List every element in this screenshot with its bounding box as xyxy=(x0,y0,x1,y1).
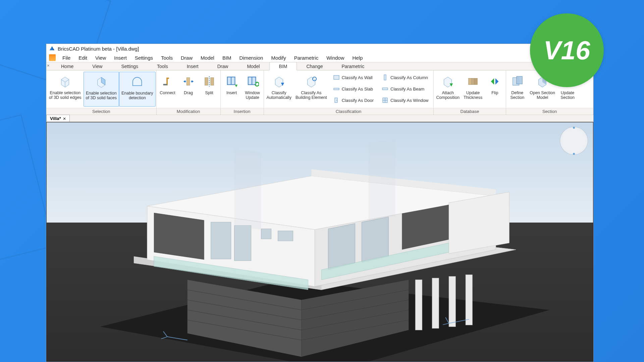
btn-classify-door[interactable]: Classify As Door xyxy=(331,95,376,105)
svg-rect-56 xyxy=(415,280,422,330)
cube-face-icon xyxy=(94,75,108,89)
menu-file[interactable]: File xyxy=(58,54,74,62)
btn-insert[interactable]: Insert xyxy=(221,72,242,107)
update-thickness-icon xyxy=(466,74,480,88)
btn-classify-building-element[interactable]: Classify AsBuilding Element xyxy=(293,72,329,107)
btn-define-section[interactable]: DefineSection xyxy=(507,72,528,107)
ribbon-tab-draw[interactable]: Draw xyxy=(208,62,238,70)
svg-marker-72 xyxy=(328,224,355,270)
menu-modify[interactable]: Modify xyxy=(267,54,290,62)
group-label-insertion: Insertion xyxy=(221,108,264,115)
lbl: Classify xyxy=(272,90,286,95)
btn-update-thickness[interactable]: UpdateThickness xyxy=(462,72,484,107)
document-tab-strip xyxy=(70,115,593,122)
menu-insert[interactable]: Insert xyxy=(110,54,131,62)
menu-dimension[interactable]: Dimension xyxy=(235,54,267,62)
app-menu-icon[interactable] xyxy=(49,54,56,61)
window-icon xyxy=(382,97,388,104)
menu-window[interactable]: Window xyxy=(322,54,348,62)
menu-view[interactable]: View xyxy=(91,54,110,62)
svg-rect-28 xyxy=(384,75,386,80)
lbl: Define xyxy=(511,90,523,95)
lbl: Classify As Door xyxy=(342,98,374,103)
svg-point-27 xyxy=(336,100,337,101)
btn-classify-beam[interactable]: Classify As Beam xyxy=(380,84,430,94)
btn-classify-column[interactable]: Classify As Column xyxy=(380,72,430,82)
door-icon xyxy=(333,97,340,104)
ribbon-tab-parametric[interactable]: Parametric xyxy=(332,62,374,70)
btn-connect[interactable]: Connect xyxy=(157,72,178,107)
group-label-classification: Classification xyxy=(264,108,433,115)
btn-attach-composition[interactable]: AttachComposition xyxy=(434,72,462,107)
menu-tools[interactable]: Tools xyxy=(157,54,177,62)
svg-marker-22 xyxy=(307,77,315,87)
ribbon-tab-change[interactable]: Change xyxy=(297,62,332,70)
connect-icon xyxy=(161,74,175,88)
btn-enable-boundary-detection[interactable]: Enable boundarydetection xyxy=(119,72,156,107)
svg-rect-25 xyxy=(334,88,339,90)
svg-rect-35 xyxy=(469,78,472,85)
ribbon-group-modification: Connect Drag Split Modification xyxy=(157,70,221,114)
svg-marker-38 xyxy=(491,78,494,85)
svg-marker-9 xyxy=(183,80,185,83)
btn-classify-auto[interactable]: ClassifyAutomatically xyxy=(265,72,293,107)
titlebar[interactable]: BricsCAD Platinum beta - [Villa.dwg] xyxy=(46,44,593,53)
lbl: Building Element xyxy=(296,95,327,100)
menu-model[interactable]: Model xyxy=(197,54,218,62)
btn-split[interactable]: Split xyxy=(199,72,220,107)
building-render xyxy=(47,122,593,362)
lbl: Composition xyxy=(436,95,460,100)
lbl: Update xyxy=(561,90,574,95)
btn-classify-wall[interactable]: Classify As Wall xyxy=(331,72,376,82)
ribbon-tab-tools[interactable]: Tools xyxy=(148,62,177,70)
cube-edge-icon xyxy=(58,74,72,88)
btn-classify-slab[interactable]: Classify As Slab xyxy=(331,84,376,94)
svg-rect-68 xyxy=(234,226,251,261)
ribbon-group-classification: ClassifyAutomatically Classify AsBuildin… xyxy=(264,70,434,114)
ribbon-group-selection: Enable selectionof 3D solid edges Enable… xyxy=(46,70,157,114)
btn-window-update[interactable]: WindowUpdate xyxy=(242,72,263,107)
btn-flip[interactable]: Flip xyxy=(484,72,505,107)
ribbon-tab-bim[interactable]: BIM xyxy=(269,62,297,70)
menu-help[interactable]: Help xyxy=(348,54,367,62)
btn-drag[interactable]: Drag xyxy=(178,72,199,107)
wall-icon xyxy=(333,74,340,81)
btn-classify-window[interactable]: Classify As Window xyxy=(380,95,430,105)
close-icon[interactable]: × xyxy=(63,116,66,121)
lbl: Window xyxy=(245,90,260,95)
column-icon xyxy=(382,74,388,81)
svg-rect-69 xyxy=(261,229,271,239)
svg-rect-36 xyxy=(472,78,474,85)
svg-marker-66 xyxy=(154,213,204,260)
svg-rect-57 xyxy=(432,278,439,328)
svg-rect-24 xyxy=(334,75,339,79)
menu-edit[interactable]: Edit xyxy=(74,54,91,62)
lbl: detection xyxy=(129,96,146,100)
ribbon-tab-settings[interactable]: Settings xyxy=(112,62,148,70)
lbl: Insert xyxy=(226,90,237,95)
ribbon-close-icon[interactable]: × xyxy=(47,63,50,68)
menu-parametric[interactable]: Parametric xyxy=(290,54,323,62)
app-logo-icon xyxy=(49,46,55,52)
menu-settings[interactable]: Settings xyxy=(131,54,157,62)
ribbon-tab-insert[interactable]: Insert xyxy=(177,62,208,70)
lbl: Drag xyxy=(184,90,193,95)
ribbon-tab-model[interactable]: Model xyxy=(237,62,269,70)
menu-bim[interactable]: BIM xyxy=(218,54,235,62)
window-title: BricsCAD Platinum beta - [Villa.dwg] xyxy=(58,46,139,52)
model-viewport[interactable] xyxy=(46,122,593,362)
svg-marker-78 xyxy=(368,139,395,220)
btn-enable-sel-edges[interactable]: Enable selectionof 3D solid edges xyxy=(47,72,84,107)
svg-rect-58 xyxy=(449,277,455,327)
menu-draw[interactable]: Draw xyxy=(177,54,197,62)
document-tab[interactable]: Villa* × xyxy=(46,115,70,122)
ribbon-tab-view[interactable]: View xyxy=(83,62,112,70)
version-badge-text: V16 xyxy=(544,35,590,66)
lbl: Update xyxy=(466,90,480,95)
btn-enable-sel-faces[interactable]: Enable selectionof 3D solid faces xyxy=(84,72,119,107)
app-window: BricsCAD Platinum beta - [Villa.dwg] Fil… xyxy=(46,44,594,362)
group-label-selection: Selection xyxy=(46,108,156,115)
ribbon-tab-home[interactable]: Home xyxy=(52,62,83,70)
lbl: Thickness xyxy=(464,95,482,100)
lbl: Flip xyxy=(491,90,498,95)
